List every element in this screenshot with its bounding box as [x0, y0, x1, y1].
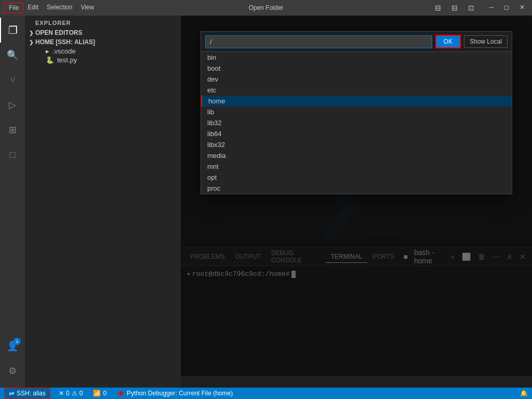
window-title: Open Folder: [249, 4, 284, 11]
activity-run[interactable]: ▷: [0, 92, 25, 117]
warning-count: 0: [79, 390, 83, 397]
close-button[interactable]: ✕: [516, 3, 528, 13]
folder-icon: ▸: [46, 47, 49, 55]
status-bar: ⇌ SSH: alias ✕ 0 ⚠ 0 📶 0 🐞 Python Debugg…: [0, 388, 532, 399]
explorer-icon: ❐: [8, 24, 18, 36]
list-item-boot[interactable]: boot: [201, 63, 512, 74]
home-chevron: ❯: [29, 39, 33, 45]
folder-path-input[interactable]: [205, 35, 432, 48]
vscode-folder[interactable]: ▸ .vscode: [25, 47, 181, 56]
menu-view[interactable]: View: [76, 3, 98, 13]
antenna-icon: 📶: [93, 390, 101, 397]
list-item-media[interactable]: media: [201, 150, 512, 161]
error-icon: ✕: [59, 390, 64, 397]
menu-file[interactable]: File: [4, 3, 23, 13]
sidebar: Explorer ❯ OPEN EDITORS ❯ HOME [SSH: ALI…: [25, 16, 181, 388]
open-editors-label: OPEN EDITORS: [35, 29, 82, 36]
remote-explorer-icon: □: [10, 150, 16, 161]
toggle-sidebar-icon[interactable]: ⊟: [448, 3, 461, 13]
layout-icon[interactable]: ⊡: [465, 3, 477, 13]
search-icon: 🔍: [7, 49, 18, 61]
source-control-icon: ⑂: [10, 75, 16, 86]
ssh-status[interactable]: ⇌ SSH: alias: [4, 388, 50, 399]
activity-bar: ❐ 🔍 ⑂ ▷ ⊞ □ 👤 1 ⚙: [0, 16, 25, 388]
home-section[interactable]: ❯ HOME [SSH: ALIAS]: [25, 37, 181, 47]
settings-icon: ⚙: [8, 365, 17, 377]
errors-item[interactable]: ✕ 0 ⚠ 0: [57, 390, 85, 397]
activity-remote-explorer[interactable]: □: [0, 142, 25, 167]
remote-icon: ⇌: [9, 390, 15, 397]
list-item-proc[interactable]: proc: [201, 183, 512, 194]
sidebar-header: Explorer: [25, 16, 181, 28]
activity-bar-bottom: 👤 1 ⚙: [0, 334, 25, 388]
list-item-lib[interactable]: lib: [201, 107, 512, 117]
window-controls: ⊟ ⊟ ⊡ ─ ◻ ✕: [432, 3, 528, 13]
test-py-file[interactable]: 🐍 test.py: [25, 56, 181, 64]
bell-icon[interactable]: 🔔: [520, 390, 528, 397]
modal-overlay: OK Show Local bin boot dev etc home lib …: [181, 16, 532, 376]
accounts-badge: 1: [14, 338, 21, 345]
warning-icon: ⚠: [72, 390, 77, 397]
menu-bar: File Edit Selection View: [4, 3, 98, 13]
python-file-icon: 🐍: [46, 56, 54, 64]
run-icon: ▷: [9, 99, 16, 111]
list-item-opt[interactable]: opt: [201, 172, 512, 183]
editor-area: ❯_ PROBLEMS OUTPUT DEBUG CONSOLE TERMINA…: [181, 16, 532, 388]
activity-source-control[interactable]: ⑂: [0, 68, 25, 92]
open-editors-section[interactable]: ❯ OPEN EDITORS: [25, 28, 181, 37]
ok-button[interactable]: OK: [435, 35, 461, 48]
no-problems-item: 📶 0: [91, 390, 109, 397]
show-local-button[interactable]: Show Local: [464, 35, 508, 48]
debugger-label: Python Debugger: Current File (home): [127, 390, 233, 397]
list-item-mnt[interactable]: mnt: [201, 161, 512, 172]
split-editor-icon[interactable]: ⊟: [432, 3, 444, 13]
list-item-home[interactable]: home: [201, 96, 512, 107]
activity-extensions[interactable]: ⊞: [0, 117, 25, 142]
no-problems-count: 0: [103, 390, 107, 397]
vscode-folder-label: .vscode: [52, 47, 76, 55]
debug-icon: 🐞: [117, 390, 125, 397]
extensions-icon: ⊞: [9, 124, 17, 136]
home-section-label: HOME [SSH: ALIAS]: [35, 38, 95, 46]
activity-explorer[interactable]: ❐: [0, 18, 25, 43]
list-item-libx32[interactable]: libx32: [201, 139, 512, 150]
open-editors-chevron: ❯: [29, 30, 33, 36]
menu-edit[interactable]: Edit: [23, 3, 43, 13]
dialog-input-row: OK Show Local: [201, 32, 512, 52]
activity-search[interactable]: 🔍: [0, 43, 25, 68]
list-item-dev[interactable]: dev: [201, 74, 512, 85]
ssh-label: SSH: alias: [17, 390, 46, 397]
list-item-lib64[interactable]: lib64: [201, 128, 512, 139]
title-bar: File Edit Selection View Open Folder ⊟ ⊟…: [0, 0, 532, 16]
error-count: 0: [66, 390, 70, 397]
folder-list[interactable]: bin boot dev etc home lib lib32 lib64 li…: [201, 52, 512, 194]
list-item-lib32[interactable]: lib32: [201, 117, 512, 128]
activity-accounts[interactable]: 👤 1: [0, 334, 25, 358]
list-item-etc[interactable]: etc: [201, 85, 512, 96]
activity-settings[interactable]: ⚙: [0, 358, 25, 383]
minimize-button[interactable]: ─: [486, 3, 497, 13]
menu-selection[interactable]: Selection: [43, 3, 76, 13]
open-folder-dialog: OK Show Local bin boot dev etc home lib …: [201, 31, 512, 194]
restore-button[interactable]: ◻: [501, 3, 512, 13]
main-layout: ❐ 🔍 ⑂ ▷ ⊞ □ 👤 1 ⚙ Explorer: [0, 16, 532, 388]
debugger-item[interactable]: 🐞 Python Debugger: Current File (home): [115, 390, 235, 397]
status-bar-right: 🔔: [520, 390, 528, 397]
list-item-bin[interactable]: bin: [201, 52, 512, 63]
test-py-label: test.py: [57, 56, 77, 64]
